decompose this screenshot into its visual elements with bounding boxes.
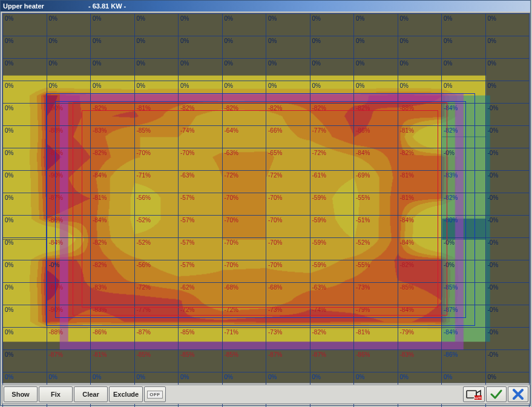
zone-cell[interactable]: 0% [354,59,398,81]
zone-cell[interactable]: -82% [310,104,354,126]
zone-cell[interactable]: -70% [266,260,310,283]
zone-cell[interactable]: -0% [485,126,530,148]
zone-cell[interactable]: 0% [442,36,486,59]
zone-cell[interactable]: -82% [266,104,310,126]
zone-cell[interactable]: -73% [354,283,398,305]
zone-cell[interactable]: -70% [222,260,266,283]
zone-cell[interactable]: 0% [179,59,223,81]
zone-cell[interactable]: -82% [91,238,135,260]
zone-cell[interactable]: -72% [179,305,223,328]
zone-cell[interactable]: -52% [354,238,398,260]
zone-cell[interactable]: -70% [266,216,310,238]
zone-cell[interactable]: -68% [222,283,266,305]
zone-cell[interactable]: 0% [310,81,354,104]
zone-cell[interactable]: -82% [442,193,486,216]
zone-cell[interactable]: -81% [398,171,442,193]
zone-cell[interactable]: 0% [3,193,47,216]
zone-cell[interactable]: -57% [179,260,223,283]
zone-cell[interactable]: -57% [179,238,223,260]
zone-cell[interactable]: 0% [3,81,47,104]
zone-cell[interactable]: -82% [398,260,442,283]
camera-auto-button[interactable]: AUTO [463,386,485,402]
zone-cell[interactable]: 0% [3,328,47,350]
zone-cell[interactable]: -87% [442,305,486,328]
zone-cell[interactable]: 0% [266,59,310,81]
zone-cell[interactable]: -85% [179,328,223,350]
zone-cell[interactable]: -57% [179,193,223,216]
zone-cell[interactable]: 0% [3,59,47,81]
zone-cell[interactable]: -82% [179,104,223,126]
zone-cell[interactable]: -57% [179,216,223,238]
zone-cell[interactable]: -87% [47,148,91,171]
show-button[interactable]: Show [4,386,38,402]
zone-cell[interactable]: -0% [485,283,530,305]
zone-cell[interactable]: -81% [354,328,398,350]
zone-cell[interactable]: 0% [354,81,398,104]
zone-cell[interactable]: -88% [398,104,442,126]
zone-cell[interactable]: 0% [442,59,486,81]
zone-cell[interactable]: -74% [179,126,223,148]
zone-cell[interactable]: -0% [485,216,530,238]
zone-cell[interactable]: -90% [47,104,91,126]
zone-cell[interactable]: -84% [47,238,91,260]
zone-cell[interactable]: -70% [222,216,266,238]
zone-cell[interactable]: -81% [398,126,442,148]
zone-cell[interactable]: -61% [310,171,354,193]
zone-grid[interactable]: 0%0%0%0%0%0%0%0%0%0%0%0%0%0%0%0%0%0%0%0%… [2,13,530,407]
zone-cell[interactable]: -59% [310,193,354,216]
zone-cell[interactable]: 0% [47,81,91,104]
exclude-button[interactable]: Exclude [109,386,143,402]
zone-cell[interactable]: -79% [354,305,398,328]
zone-cell[interactable]: -83% [91,305,135,328]
zone-cell[interactable]: 0% [310,14,354,36]
zone-cell[interactable]: 0% [354,14,398,36]
zone-cell[interactable]: 0% [354,36,398,59]
zone-cell[interactable]: 0% [47,14,91,36]
zone-cell[interactable]: 0% [266,36,310,59]
zone-cell[interactable]: -82% [354,104,398,126]
zone-cell[interactable]: 0% [3,260,47,283]
zone-cell[interactable]: -86% [91,328,135,350]
zone-cell[interactable]: 0% [47,36,91,59]
zone-cell[interactable]: -84% [442,104,486,126]
zone-cell[interactable]: -62% [179,283,223,305]
zone-cell[interactable]: -70% [179,148,223,171]
zone-cell[interactable]: -77% [134,305,179,328]
zone-cell[interactable]: -72% [134,283,179,305]
zone-cell[interactable]: -0% [485,328,530,350]
zone-cell[interactable]: -84% [398,305,442,328]
zone-cell[interactable]: -73% [266,305,310,328]
zone-cell[interactable]: 0% [442,14,486,36]
zone-cell[interactable]: -66% [266,126,310,148]
zone-cell[interactable]: -59% [310,216,354,238]
zone-cell[interactable]: -52% [134,216,179,238]
zone-cell[interactable]: -79% [398,328,442,350]
zone-cell[interactable]: 0% [3,238,47,260]
zone-cell[interactable]: -86% [442,350,486,372]
zone-cell[interactable]: 0% [222,36,266,59]
zone-cell[interactable]: 0% [485,14,530,36]
zone-cell[interactable]: -0% [47,260,91,283]
zone-cell[interactable]: -63% [179,171,223,193]
zone-cell[interactable]: -59% [310,238,354,260]
zone-cell[interactable]: -70% [222,238,266,260]
zone-cell[interactable]: -85% [222,350,266,372]
zone-cell[interactable]: 0% [398,81,442,104]
zone-cell[interactable]: 0% [3,171,47,193]
zone-cell[interactable]: -84% [442,328,486,350]
zone-cell[interactable]: -0% [485,350,530,372]
zone-cell[interactable]: 0% [485,81,530,104]
zone-cell[interactable]: 0% [398,14,442,36]
zone-cell[interactable]: -69% [354,171,398,193]
zone-cell[interactable]: 0% [3,126,47,148]
zone-cell[interactable]: 0% [485,59,530,81]
zone-cell[interactable]: 0% [3,36,47,59]
off-toggle[interactable]: OFF [144,386,166,402]
zone-cell[interactable]: 0% [179,14,223,36]
zone-cell[interactable]: 0% [3,148,47,171]
zone-cell[interactable]: 0% [134,59,179,81]
zone-cell[interactable]: -87% [47,350,91,372]
zone-cell[interactable]: -86% [354,350,398,372]
zone-cell[interactable]: -51% [354,216,398,238]
zone-cell[interactable]: 0% [3,350,47,372]
